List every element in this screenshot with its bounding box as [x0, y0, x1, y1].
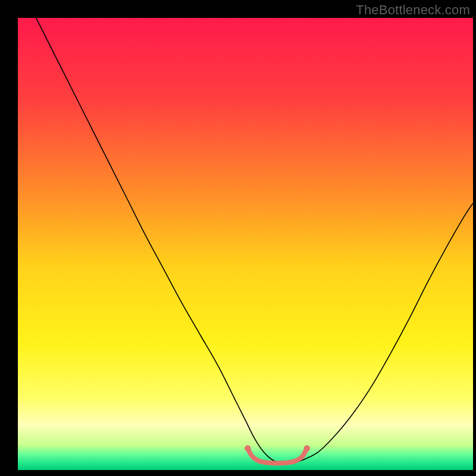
marker-optimal-left-end: [245, 445, 250, 451]
bottleneck-chart: [0, 0, 476, 476]
chart-frame: TheBottleneck.com: [0, 0, 476, 476]
marker-optimal-right-end: [304, 445, 310, 451]
watermark-text: TheBottleneck.com: [356, 2, 470, 18]
gradient-background: [18, 18, 473, 470]
